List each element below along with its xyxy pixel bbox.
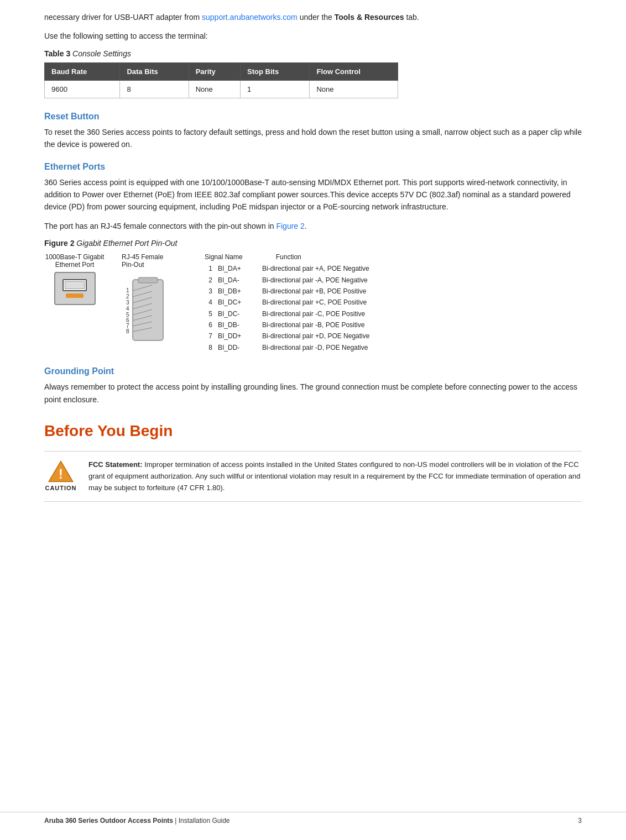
pin-function: Bi-directional pair +C, POE Positive: [262, 297, 367, 308]
ethernet-port-icon: [54, 272, 96, 305]
caution-icon-section: ! CAUTION: [44, 459, 77, 491]
aruba-support-link[interactable]: support.arubanetworks.com: [202, 13, 298, 22]
pin-number: 1: [205, 263, 212, 274]
col-data-bits: Data Bits: [120, 62, 189, 80]
reset-button-heading: Reset Button: [44, 112, 582, 122]
table-cell: None: [189, 80, 240, 98]
figure2-link[interactable]: Figure 2: [276, 222, 304, 230]
pin-number: 5: [205, 308, 212, 319]
svg-text:1: 1: [126, 287, 129, 293]
col-flow-control: Flow Control: [310, 62, 398, 80]
before-you-begin-heading: Before You Begin: [44, 422, 582, 440]
table-cell: 8: [120, 80, 189, 98]
ethernet-ports-body1: 360 Series access point is equipped with…: [44, 176, 582, 213]
tools-resources-bold: Tools & Resources: [335, 13, 404, 22]
ethernet-port-label: 1000Base-T Gigabit Ethernet Port: [45, 253, 105, 269]
pin-signal: BI_DC-: [218, 308, 257, 319]
pin-row: 6BI_DB-Bi-directional pair -B, POE Posit…: [205, 319, 369, 330]
page-footer: Aruba 360 Series Outdoor Access Points |…: [0, 812, 626, 829]
svg-rect-1: [138, 277, 158, 283]
pin-signal: BI_DA+: [218, 263, 257, 274]
figure2-title-italic: Gigabit Ethernet Port Pin-Out: [76, 239, 177, 248]
pin-row: 4BI_DC+Bi-directional pair +C, POE Posit…: [205, 297, 369, 308]
pin-number: 7: [205, 330, 212, 342]
intro-line1-end: tab.: [404, 13, 419, 22]
caution-body-text: Improper termination of access points in…: [88, 460, 581, 492]
table-title: Table 3 Console Settings: [44, 49, 582, 58]
pin-signal: BI_DB+: [218, 286, 257, 297]
caution-label-text: CAUTION: [45, 485, 76, 491]
pin-function: Bi-directional pair +D, POE Negative: [262, 330, 369, 342]
rj45-label: RJ-45 Female Pin-Out: [122, 253, 163, 269]
caution-triangle-icon: !: [47, 459, 75, 484]
ethernet-body2-start: The port has an RJ-45 female connectors …: [44, 222, 276, 230]
svg-text:3: 3: [126, 300, 129, 306]
pin-function: Bi-directional pair -D, POE Negative: [262, 342, 368, 353]
figure2-title-bold: Figure 2: [44, 239, 74, 248]
intro-line2: Use the following setting to access the …: [44, 30, 582, 42]
pin-table-header: Signal Name Function: [205, 253, 369, 261]
ethernet-ports-heading: Ethernet Ports: [44, 162, 582, 172]
pin-table-section: Signal Name Function 1BI_DA+Bi-direction…: [205, 253, 369, 353]
ethernet-ports-body2: The port has an RJ-45 female connectors …: [44, 220, 582, 232]
caution-text-body: FCC Statement: Improper termination of a…: [88, 459, 582, 494]
svg-text:!: !: [59, 467, 63, 481]
col-parity: Parity: [189, 62, 240, 80]
pin-function: Bi-directional pair +A, POE Negative: [262, 263, 369, 274]
rj45-svg: 1 2 3 4 5 6 7 8: [122, 274, 171, 346]
pin-signal: BI_DD+: [218, 330, 257, 342]
grounding-point-body: Always remember to protect the access po…: [44, 381, 582, 406]
table-header-row: Baud Rate Data Bits Parity Stop Bits Flo…: [45, 62, 398, 80]
footer-left: Aruba 360 Series Outdoor Access Points |…: [44, 817, 229, 825]
pin-signal: BI_DA-: [218, 275, 257, 286]
footer-page-number: 3: [578, 817, 582, 825]
fcc-statement-bold: FCC Statement:: [88, 460, 143, 469]
svg-text:2: 2: [126, 293, 129, 300]
figure2-title: Figure 2 Gigabit Ethernet Port Pin-Out: [44, 239, 582, 248]
caution-box: ! CAUTION FCC Statement: Improper termin…: [44, 451, 582, 502]
reset-button-body: To reset the 360 Series access points to…: [44, 126, 582, 151]
ethernet-body2-end: .: [305, 222, 307, 230]
pin-function-header: Function: [276, 253, 301, 261]
ethernet-port-image-section: 1000Base-T Gigabit Ethernet Port: [44, 253, 105, 305]
pin-signal: BI_DB-: [218, 319, 257, 330]
main-content: necessary driver for USB-UART adapter fr…: [0, 0, 626, 807]
table-cell: 1: [241, 80, 310, 98]
pin-number: 8: [205, 342, 212, 353]
svg-text:8: 8: [126, 328, 129, 334]
rj45-diagram-section: RJ-45 Female Pin-Out 1 2: [122, 253, 188, 346]
table-title-italic: Console Settings: [72, 49, 131, 58]
pin-number: 2: [205, 275, 212, 286]
table-cell: None: [310, 80, 398, 98]
pin-function: Bi-directional pair +B, POE Positive: [262, 286, 366, 297]
pin-function: Bi-directional pair -C, POE Positive: [262, 308, 365, 319]
pin-row: 8BI_DD-Bi-directional pair -D, POE Negat…: [205, 342, 369, 353]
table-row: 96008None1None: [45, 80, 398, 98]
footer-product: Aruba 360 Series Outdoor Access Points: [44, 817, 173, 825]
pin-function: Bi-directional pair -B, POE Positive: [262, 319, 364, 330]
pin-function: Bi-directional pair -A, POE Negative: [262, 275, 368, 286]
pin-number: 4: [205, 297, 212, 308]
pin-row: 1BI_DA+Bi-directional pair +A, POE Negat…: [205, 263, 369, 274]
table-title-bold: Table 3: [44, 49, 70, 58]
pin-row: 2BI_DA-Bi-directional pair -A, POE Negat…: [205, 275, 369, 286]
intro-line1-start: necessary driver for USB-UART adapter fr…: [44, 13, 202, 22]
pin-number: 3: [205, 286, 212, 297]
pin-signal: BI_DC+: [218, 297, 257, 308]
grounding-point-heading: Grounding Point: [44, 366, 582, 376]
pin-row: 3BI_DB+Bi-directional pair +B, POE Posit…: [205, 286, 369, 297]
pin-number: 6: [205, 319, 212, 330]
pin-signal: BI_DD-: [218, 342, 257, 353]
pin-signal-header: Signal Name: [205, 253, 243, 261]
svg-text:4: 4: [126, 306, 129, 312]
table-cell: 9600: [45, 80, 120, 98]
console-settings-table: Baud Rate Data Bits Parity Stop Bits Flo…: [44, 62, 398, 98]
footer-separator: | Installation Guide: [173, 817, 230, 825]
gigabit-port-diagram: 1000Base-T Gigabit Ethernet Port RJ-45 F…: [44, 253, 582, 353]
svg-rect-0: [133, 280, 163, 340]
col-baud-rate: Baud Rate: [45, 62, 120, 80]
pin-rows: 1BI_DA+Bi-directional pair +A, POE Negat…: [205, 263, 369, 353]
pin-row: 5BI_DC-Bi-directional pair -C, POE Posit…: [205, 308, 369, 319]
col-stop-bits: Stop Bits: [241, 62, 310, 80]
intro-paragraph: necessary driver for USB-UART adapter fr…: [44, 11, 582, 23]
